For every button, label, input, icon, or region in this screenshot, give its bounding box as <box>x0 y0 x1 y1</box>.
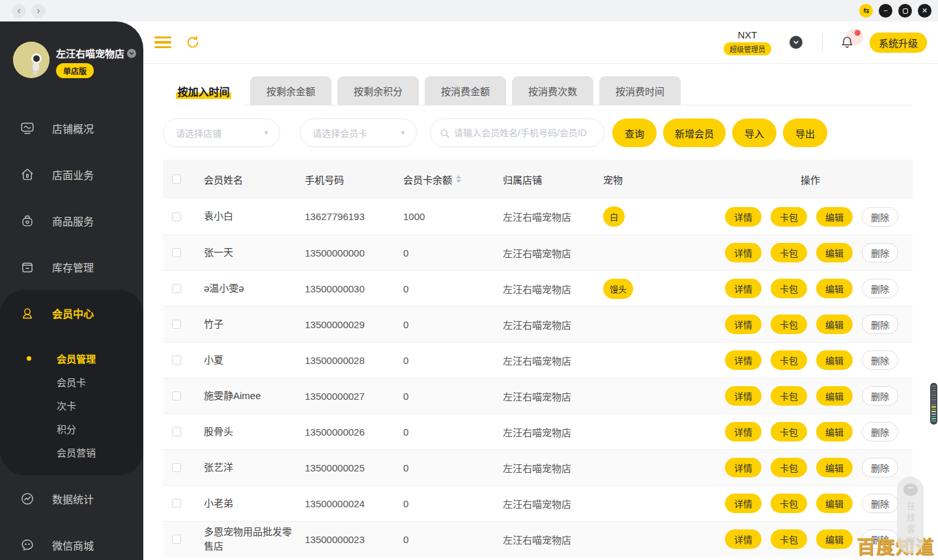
edit-button[interactable]: 编辑 <box>816 458 853 477</box>
edit-button[interactable]: 编辑 <box>816 422 853 441</box>
select-all-checkbox[interactable] <box>172 175 181 184</box>
tab-2[interactable]: 按剩余金额 <box>250 76 332 105</box>
user-chevron-down-icon[interactable] <box>789 36 803 49</box>
detail-button[interactable]: 详情 <box>725 207 761 227</box>
search-input[interactable] <box>431 119 604 147</box>
nav-forward-button[interactable]: › <box>31 4 46 18</box>
notification-bell-icon[interactable] <box>840 35 854 49</box>
edit-button[interactable]: 编辑 <box>816 386 853 406</box>
card-pack-button[interactable]: 卡包 <box>771 494 807 513</box>
edit-button[interactable]: 编辑 <box>816 529 853 549</box>
sidebar-subitem-member-marketing[interactable]: 会员营销 <box>0 440 143 464</box>
tab-1[interactable]: 按加入时间 <box>163 76 244 105</box>
collapse-menu-icon[interactable] <box>154 36 171 49</box>
sidebar-item-wechat-mall[interactable]: 微信商城 <box>0 522 143 560</box>
sidebar-item-shop-overview[interactable]: 店铺概况 <box>0 105 143 151</box>
tab-3[interactable]: 按剩余积分 <box>337 76 419 105</box>
row-checkbox[interactable] <box>172 463 181 472</box>
sidebar-subitem-points[interactable]: 积分 <box>0 417 143 440</box>
sidebar-subitem-count-card[interactable]: 次卡 <box>0 393 143 417</box>
card-pack-button[interactable]: 卡包 <box>771 386 807 406</box>
row-checkbox[interactable] <box>172 427 181 436</box>
row-checkbox[interactable] <box>172 320 181 329</box>
tab-5[interactable]: 按消费次数 <box>512 76 593 105</box>
member-name: ə温小雯ə <box>204 281 305 296</box>
delete-button[interactable]: 删除 <box>862 386 898 406</box>
card-pack-button[interactable]: 卡包 <box>771 529 807 549</box>
card-pack-button[interactable]: 卡包 <box>771 458 807 477</box>
edit-button[interactable]: 编辑 <box>816 243 853 262</box>
add-member-button[interactable]: 新增会员 <box>663 119 726 147</box>
sidebar-menu-bottom: 数据统计 微信商城 <box>0 475 143 560</box>
member-balance: 1000 <box>403 211 503 222</box>
sidebar-item-member-center[interactable]: 会员中心 <box>0 290 143 336</box>
sidebar-subitem-member-manage[interactable]: 会员管理 <box>0 346 143 370</box>
window-maximize-button[interactable] <box>898 4 912 18</box>
edit-button[interactable]: 编辑 <box>816 350 853 370</box>
storefront-icon <box>20 167 35 182</box>
detail-button[interactable]: 详情 <box>725 386 761 406</box>
scrollbar-thumb[interactable] <box>930 383 937 425</box>
minimize-icon: − <box>883 7 887 14</box>
store-name: 左汪右喵宠物店 <box>56 46 124 60</box>
store-select[interactable]: 请选择店铺 ▼ <box>163 119 280 147</box>
tab-4[interactable]: 按消费金额 <box>425 76 506 105</box>
row-checkbox[interactable] <box>172 356 181 365</box>
detail-button[interactable]: 详情 <box>725 422 761 441</box>
store-avatar[interactable] <box>13 42 50 78</box>
system-upgrade-button[interactable]: 系统升级 <box>870 33 927 53</box>
delete-button[interactable]: 删除 <box>862 279 898 298</box>
detail-button[interactable]: 详情 <box>725 279 761 298</box>
delete-button[interactable]: 删除 <box>862 458 898 477</box>
import-button[interactable]: 导入 <box>732 119 776 147</box>
window-minimize-button[interactable]: − <box>879 4 892 18</box>
detail-button[interactable]: 详情 <box>725 458 761 477</box>
sidebar-item-inventory[interactable]: 库存管理 <box>0 244 143 290</box>
card-pack-button[interactable]: 卡包 <box>771 207 807 227</box>
detail-button[interactable]: 详情 <box>725 529 761 549</box>
card-pack-button[interactable]: 卡包 <box>771 422 807 441</box>
card-pack-button[interactable]: 卡包 <box>771 315 807 334</box>
edit-button[interactable]: 编辑 <box>816 207 853 227</box>
card-pack-button[interactable]: 卡包 <box>771 350 807 370</box>
row-checkbox[interactable] <box>172 248 181 257</box>
detail-button[interactable]: 详情 <box>725 243 761 262</box>
row-checkbox[interactable] <box>172 391 181 400</box>
online-service-widget[interactable]: 在线客服 <box>897 477 924 553</box>
tab-6[interactable]: 按消费时间 <box>599 76 681 105</box>
row-checkbox[interactable] <box>172 535 181 544</box>
card-pack-button[interactable]: 卡包 <box>771 243 807 262</box>
export-button[interactable]: 导出 <box>783 119 827 147</box>
row-checkbox[interactable] <box>172 212 181 221</box>
detail-button[interactable]: 详情 <box>725 494 761 513</box>
edit-button[interactable]: 编辑 <box>816 494 853 513</box>
card-pack-button[interactable]: 卡包 <box>771 279 807 298</box>
edit-button[interactable]: 编辑 <box>816 315 853 334</box>
edit-button[interactable]: 编辑 <box>816 279 853 298</box>
detail-button[interactable]: 详情 <box>725 315 761 334</box>
delete-button[interactable]: 删除 <box>862 315 898 334</box>
window-close-button[interactable]: ✕ <box>918 4 931 18</box>
delete-button[interactable]: 删除 <box>862 207 898 227</box>
sidebar-item-data-stats[interactable]: 数据统计 <box>0 475 143 522</box>
sort-icon[interactable] <box>456 175 461 183</box>
detail-button[interactable]: 详情 <box>725 350 761 370</box>
delete-button[interactable]: 删除 <box>862 422 898 441</box>
query-button[interactable]: 查询 <box>612 119 657 147</box>
refresh-icon[interactable] <box>186 35 200 49</box>
delete-button[interactable]: 删除 <box>862 350 898 370</box>
sidebar-item-store-business[interactable]: 店面业务 <box>0 151 143 197</box>
member-card-select[interactable]: 请选择会员卡 ▼ <box>300 119 417 147</box>
current-user[interactable]: NXT 超级管理员 <box>724 29 771 55</box>
sidebar-subitem-member-card[interactable]: 会员卡 <box>0 370 143 393</box>
search-icon <box>440 128 450 139</box>
sidebar-item-goods-service[interactable]: 商品服务 <box>0 197 143 244</box>
row-checkbox[interactable] <box>172 499 181 508</box>
store-name-row[interactable]: 左汪右喵宠物店 <box>56 46 136 60</box>
delete-button[interactable]: 删除 <box>862 243 898 262</box>
delete-button[interactable]: 删除 <box>862 494 898 513</box>
row-checkbox[interactable] <box>172 284 181 293</box>
col-balance[interactable]: 会员卡余额 <box>403 173 503 186</box>
window-swap-button[interactable]: ⇆ <box>859 4 873 18</box>
nav-back-button[interactable]: ‹ <box>12 4 26 18</box>
